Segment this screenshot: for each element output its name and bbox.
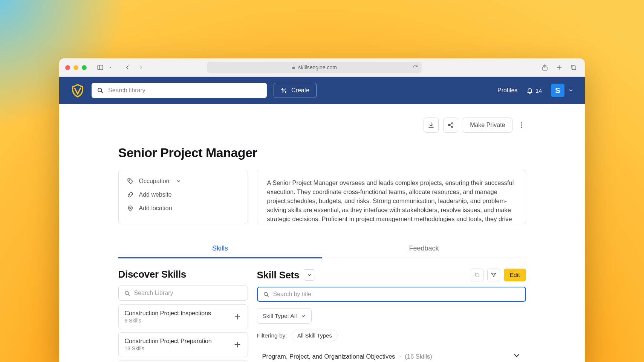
browser-chrome: skillsengine.com (59, 58, 585, 77)
library-search-input[interactable] (108, 87, 262, 94)
traffic-lights (65, 65, 87, 70)
chevron-down-icon (176, 179, 181, 184)
discover-search[interactable] (118, 286, 248, 301)
tabs-overview-icon[interactable] (568, 62, 579, 73)
library-search[interactable] (92, 83, 267, 98)
svg-point-18 (130, 207, 131, 209)
bell-icon (526, 87, 533, 94)
wand-icon (281, 87, 288, 94)
discover-item[interactable]: Information Technology Projects (118, 360, 248, 362)
tab-skills[interactable]: Skills (118, 239, 322, 258)
add-website-button[interactable]: Add website (127, 191, 239, 198)
svg-line-28 (267, 295, 268, 296)
occupation-label: Occupation (139, 178, 170, 185)
more-actions-button[interactable] (517, 121, 526, 129)
tabs: Skills Feedback (118, 239, 526, 258)
svg-point-14 (521, 122, 522, 124)
add-location-button[interactable]: Add location (127, 205, 239, 212)
page-title: Senior Project Manager (118, 145, 526, 160)
skillsets-search-input[interactable] (273, 291, 520, 298)
account-menu[interactable]: S (551, 84, 574, 97)
plus-icon[interactable] (233, 341, 242, 349)
filter-button[interactable] (487, 269, 500, 281)
avatar: S (551, 84, 564, 97)
notifications-button[interactable]: 14 (526, 87, 542, 94)
filter-chip[interactable]: All Skill Types (292, 330, 338, 341)
occupation-selector[interactable]: Occupation (127, 178, 239, 185)
sidebar-caret-icon[interactable] (109, 64, 112, 71)
discover-skills-panel: Discover Skills Construction Project Ins… (118, 269, 248, 362)
browser-window: skillsengine.com (59, 58, 585, 362)
discover-item-name: Construction Project Inspections (125, 310, 233, 317)
chevron-down-icon (301, 313, 306, 319)
search-icon (124, 290, 130, 296)
notification-count: 14 (535, 87, 542, 94)
meta-card: Occupation Add website Add location (118, 170, 248, 224)
action-bar: Make Private (118, 118, 526, 133)
make-private-button[interactable]: Make Private (463, 118, 512, 133)
skill-sets-panel: Skill Sets Edit (257, 269, 526, 362)
skill-set-row[interactable]: Program, Project, and Organizational Obj… (257, 348, 526, 362)
app-logo[interactable] (70, 83, 85, 98)
discover-search-input[interactable] (134, 290, 242, 296)
svg-point-16 (521, 127, 522, 128)
create-button-label: Create (291, 87, 309, 94)
svg-point-17 (128, 180, 129, 180)
skillsets-search[interactable] (257, 287, 526, 302)
skill-sets-heading: Skill Sets (257, 269, 300, 281)
skill-set-count: (16 Skills) (405, 353, 432, 360)
close-window-button[interactable] (65, 65, 70, 70)
filter-label: Filtering by: (257, 332, 287, 339)
svg-marker-26 (491, 273, 496, 277)
lock-icon (291, 65, 296, 70)
download-button[interactable] (424, 118, 439, 133)
new-tab-icon[interactable] (554, 62, 564, 73)
profiles-link[interactable]: Profiles (497, 87, 517, 94)
svg-line-12 (450, 124, 451, 125)
svg-point-15 (521, 125, 522, 126)
address-bar[interactable]: skillsengine.com (207, 62, 422, 73)
discover-item-count: 13 Skills (125, 345, 233, 351)
create-button[interactable]: Create (274, 83, 317, 98)
discover-item[interactable]: Construction Project Preparation 13 Skil… (118, 332, 248, 357)
plus-icon[interactable] (233, 313, 242, 321)
minimize-window-button[interactable] (73, 65, 78, 70)
add-website-label: Add website (139, 191, 172, 198)
skill-set-name: Program, Project, and Organizational Obj… (262, 353, 395, 360)
tab-feedback[interactable]: Feedback (322, 239, 526, 258)
description-text: A Senior Project Manager oversees and le… (267, 179, 514, 224)
chevron-down-icon (568, 88, 574, 93)
svg-rect-5 (572, 66, 576, 70)
back-button[interactable] (122, 62, 133, 73)
svg-rect-0 (98, 65, 103, 70)
chevron-down-icon (512, 351, 521, 360)
filter-icon (491, 272, 497, 278)
edit-button[interactable]: Edit (504, 269, 526, 281)
location-icon (127, 205, 134, 212)
discover-item-count: 9 Skills (125, 318, 233, 324)
forward-button[interactable] (136, 62, 146, 73)
svg-rect-25 (476, 274, 479, 277)
tag-icon (127, 178, 134, 185)
filter-row: Filtering by: All Skill Types (257, 330, 526, 341)
maximize-window-button[interactable] (82, 65, 87, 70)
copy-icon (474, 272, 480, 278)
expand-toggle[interactable] (512, 351, 521, 361)
link-icon (127, 191, 134, 198)
search-icon (263, 291, 269, 298)
url-text: skillsengine.com (298, 64, 337, 70)
add-location-label: Add location (139, 205, 172, 212)
more-vertical-icon (518, 121, 525, 129)
svg-line-20 (128, 294, 129, 295)
discover-item-name: Construction Project Preparation (125, 338, 233, 345)
share-icon[interactable] (540, 62, 550, 73)
share-button[interactable] (443, 118, 458, 133)
skill-type-dropdown[interactable]: Skill Type: All (257, 309, 312, 324)
discover-item[interactable]: Construction Project Inspections 9 Skill… (118, 304, 248, 329)
app-header: Create Profiles 14 S (59, 77, 585, 104)
skill-sets-dropdown[interactable] (304, 269, 315, 281)
discover-skills-heading: Discover Skills (118, 269, 187, 280)
sidebar-toggle-icon[interactable] (95, 62, 106, 73)
reload-icon[interactable] (413, 65, 418, 70)
copy-button[interactable] (471, 269, 483, 281)
